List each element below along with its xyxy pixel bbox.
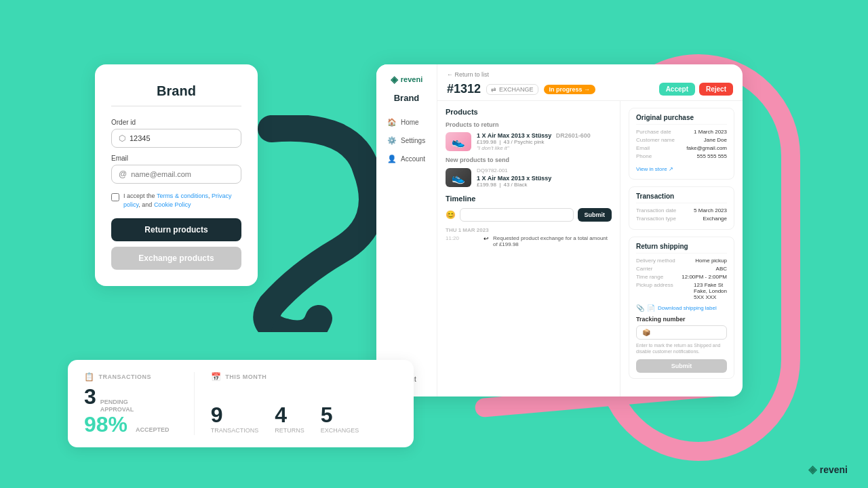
purchase-date-value: 1 March 2023 bbox=[694, 129, 727, 135]
sidebar-item-settings[interactable]: ⚙️ Settings bbox=[382, 132, 431, 149]
phone-row: Phone 555 555 555 bbox=[636, 153, 727, 159]
transaction-type-label: Transaction type bbox=[636, 216, 676, 222]
transaction-type-row: Transaction type Exchange bbox=[636, 216, 727, 222]
send-product-image: 👟 bbox=[446, 168, 471, 187]
sidebar-account-label: Account bbox=[401, 155, 425, 163]
calendar-icon: 📅 bbox=[211, 372, 222, 382]
reveni-bottom-text: reveni bbox=[820, 464, 848, 475]
customer-row: Customer name Jane Doe bbox=[636, 137, 727, 143]
exchanges-sub: EXCHANGES bbox=[321, 427, 359, 434]
pending-num: 3 bbox=[84, 386, 96, 407]
reveni-logo-bottom-right: ◈ reveni bbox=[808, 463, 848, 476]
transaction-date-row: Transaction date 5 March 2023 bbox=[636, 207, 727, 214]
terms-label: I accept the Terms & conditions, Privacy… bbox=[123, 192, 241, 209]
tracking-input[interactable] bbox=[653, 329, 721, 336]
accept-button[interactable]: Accept bbox=[659, 83, 695, 96]
phone-value: 555 555 555 bbox=[697, 153, 728, 159]
transactions-sub: TRANSACTIONS bbox=[211, 427, 259, 434]
cookie-link[interactable]: Cookie Policy bbox=[154, 201, 191, 208]
carrier-row: Carrier ABC bbox=[636, 266, 727, 272]
email-input[interactable] bbox=[131, 170, 234, 178]
return-product-note: "I don't like it" bbox=[477, 145, 612, 151]
email-row: Email fake@gmail.com bbox=[636, 145, 727, 151]
accepted-row: 98% ACCEPTED bbox=[84, 413, 178, 435]
returns-sub: RETURNS bbox=[275, 427, 304, 434]
terms-checkbox[interactable] bbox=[111, 193, 119, 201]
download-label-link[interactable]: Download shipping label bbox=[658, 305, 717, 311]
carrier-label: Carrier bbox=[636, 266, 652, 272]
main-content: ← Return to list #1312 ⇄ EXCHANGE In pro… bbox=[437, 64, 743, 396]
order-id-icon: ⬡ bbox=[119, 134, 125, 143]
delivery-row: Delivery method Home pickup bbox=[636, 258, 727, 264]
transaction-title: Transaction bbox=[636, 192, 727, 203]
send-product-sku: DQ9782-001 bbox=[477, 167, 612, 174]
order-id-label: Order id bbox=[111, 119, 241, 126]
reveni-bottom-icon: ◈ bbox=[808, 463, 816, 476]
return-shipping-title: Return shipping bbox=[636, 243, 727, 253]
reject-button[interactable]: Reject bbox=[699, 83, 733, 96]
settings-icon: ⚙️ bbox=[387, 136, 397, 145]
time-value: 12:00PM - 2:00PM bbox=[682, 274, 727, 280]
app-panel: ◈ reveni Brand 🏠 Home ⚙️ Settings 👤 Acco… bbox=[376, 64, 743, 396]
delivery-value: Home pickup bbox=[695, 258, 727, 264]
status-badge: In progress → bbox=[544, 85, 596, 94]
header-actions: Accept Reject bbox=[659, 83, 733, 96]
address-value: 123 Fake St Fake, London 5XX XXX bbox=[694, 282, 727, 300]
email-value: fake@gmail.com bbox=[686, 145, 727, 151]
timeline-time: 11:20 bbox=[446, 235, 479, 247]
top-bar: ← Return to list #1312 ⇄ EXCHANGE In pro… bbox=[437, 64, 743, 101]
sidebar-brand-name: Brand bbox=[394, 93, 420, 103]
returns-count: 4 bbox=[275, 404, 304, 426]
address-row: Pickup address 123 Fake St Fake, London … bbox=[636, 282, 727, 300]
return-product-details: 1 X Air Max 2013 x Stüssy DR2601-600 £19… bbox=[477, 132, 612, 151]
login-card: Brand Order id ⬡ Email @ I accept the Te… bbox=[95, 64, 258, 286]
home-icon: 🏠 bbox=[387, 118, 397, 127]
sidebar-item-home[interactable]: 🏠 Home bbox=[382, 114, 431, 131]
returns-count-group: 4 RETURNS bbox=[275, 404, 304, 434]
stats-right: 📅 THIS MONTH 9 TRANSACTIONS 4 RETURNS 5 … bbox=[195, 372, 397, 435]
original-purchase-box: Original purchase Purchase date 1 March … bbox=[629, 108, 734, 180]
back-link[interactable]: ← Return to list bbox=[447, 71, 733, 78]
address-label: Pickup address bbox=[636, 282, 673, 300]
time-row: Time range 12:00PM - 2:00PM bbox=[636, 274, 727, 280]
stats-panel: 📋 TRANSACTIONS 3 PENDING APPROVAL 98% AC… bbox=[68, 360, 414, 447]
sheet-icon: 📄 bbox=[647, 304, 655, 312]
return-product-meta: £199.98 | 43 / Psychic pink bbox=[477, 139, 612, 145]
transaction-type-value: Exchange bbox=[703, 216, 727, 222]
right-column: Original purchase Purchase date 1 March … bbox=[620, 101, 743, 396]
original-purchase-title: Original purchase bbox=[636, 114, 727, 125]
transactions-count-group: 9 TRANSACTIONS bbox=[211, 404, 259, 434]
send-product-details: DQ9782-001 1 X Air Max 2013 x Stüssy £19… bbox=[477, 167, 612, 188]
transactions-label: 📋 TRANSACTIONS bbox=[84, 372, 178, 382]
order-id-input[interactable] bbox=[130, 134, 234, 142]
purchase-date-label: Purchase date bbox=[636, 129, 671, 135]
time-label: Time range bbox=[636, 274, 663, 280]
view-store-link[interactable]: View in store ↗ bbox=[636, 166, 673, 172]
sidebar: ◈ reveni Brand 🏠 Home ⚙️ Settings 👤 Acco… bbox=[376, 64, 437, 396]
left-column: Products Products to return 👟 1 X Air Ma… bbox=[437, 101, 620, 396]
tracking-submit-button[interactable]: Submit bbox=[636, 359, 727, 373]
timeline-input[interactable] bbox=[466, 211, 568, 218]
return-product-row: 👟 1 X Air Max 2013 x Stüssy DR2601-600 £… bbox=[446, 132, 612, 151]
delivery-label: Delivery method bbox=[636, 258, 675, 264]
timeline-submit-button[interactable]: Submit bbox=[578, 208, 612, 222]
return-subtitle: Products to return bbox=[446, 121, 612, 128]
exchange-products-button[interactable]: Exchange products bbox=[111, 247, 241, 270]
purchase-date-row: Purchase date 1 March 2023 bbox=[636, 129, 727, 135]
pending-labels: PENDING APPROVAL bbox=[100, 399, 134, 413]
customer-label: Customer name bbox=[636, 137, 675, 143]
sidebar-home-label: Home bbox=[401, 119, 419, 126]
terms-link[interactable]: Terms & conditions bbox=[157, 192, 208, 199]
return-products-button[interactable]: Return products bbox=[111, 218, 241, 241]
exchange-icon: ⇄ bbox=[491, 86, 496, 93]
tracking-note: Enter to mark the return as Shipped and … bbox=[636, 342, 727, 354]
timeline-input-row: 😊 Submit bbox=[446, 208, 612, 222]
timeline-title: Timeline bbox=[446, 195, 612, 203]
return-shipping-box: Return shipping Delivery method Home pic… bbox=[629, 237, 734, 379]
sidebar-settings-label: Settings bbox=[401, 137, 425, 144]
timeline-entry-icon: ↩ bbox=[484, 235, 489, 247]
transaction-date-label: Transaction date bbox=[636, 207, 676, 214]
account-icon: 👤 bbox=[387, 155, 397, 163]
tracking-icon: 📦 bbox=[642, 329, 650, 336]
sidebar-item-account[interactable]: 👤 Account bbox=[382, 150, 431, 167]
